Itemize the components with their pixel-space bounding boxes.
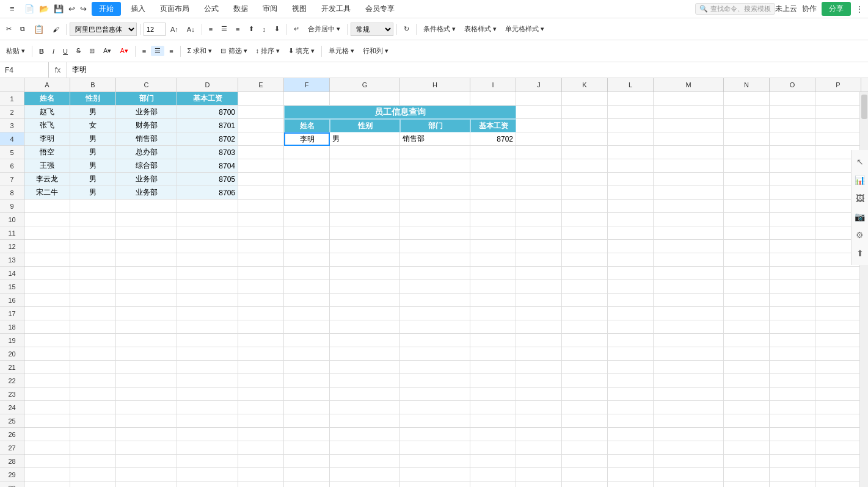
cell-N22[interactable] xyxy=(724,374,770,388)
cell-I23[interactable] xyxy=(470,388,516,401)
col-header-B[interactable]: B xyxy=(70,78,116,92)
cell-J11[interactable] xyxy=(516,226,562,240)
cell-C23[interactable] xyxy=(116,388,177,401)
share-button[interactable]: 分享 xyxy=(822,2,851,16)
cell-E25[interactable] xyxy=(238,414,284,428)
cell-C22[interactable] xyxy=(116,374,177,388)
row-header-30[interactable]: 30 xyxy=(0,482,24,487)
row-header-17[interactable]: 17 xyxy=(0,307,24,320)
cell-reference[interactable]: F4 xyxy=(0,62,49,78)
toolbar-icon-undo[interactable]: ↩ xyxy=(68,4,75,13)
cell-D10[interactable] xyxy=(177,213,238,226)
cell-O30[interactable] xyxy=(770,482,815,487)
cell-B9[interactable] xyxy=(70,200,116,213)
row-header-29[interactable]: 29 xyxy=(0,468,24,482)
cell-N11[interactable] xyxy=(724,226,770,240)
cell-D17[interactable] xyxy=(177,307,238,320)
cell-E4[interactable] xyxy=(238,132,284,146)
cell-E7[interactable] xyxy=(238,173,284,186)
cell-O14[interactable] xyxy=(770,267,815,280)
cell-J25[interactable] xyxy=(516,414,562,428)
sum-icon[interactable]: Σ 求和 ▾ xyxy=(184,45,216,57)
cell-F16[interactable] xyxy=(284,294,330,307)
cell-P15[interactable] xyxy=(815,280,859,294)
row-header-6[interactable]: 6 xyxy=(0,159,24,173)
cell-L13[interactable] xyxy=(608,253,654,267)
cell-C15[interactable] xyxy=(116,280,177,294)
cell-B2[interactable]: 男 xyxy=(70,106,116,119)
cell-E15[interactable] xyxy=(238,280,284,294)
cell-L17[interactable] xyxy=(608,307,654,320)
menu-dev[interactable]: 开发工具 xyxy=(316,2,356,15)
cell-F20[interactable] xyxy=(284,347,330,361)
cell-P1[interactable] xyxy=(815,92,859,106)
row-header-3[interactable]: 3 xyxy=(0,119,24,132)
cell-I1[interactable] xyxy=(470,92,516,106)
cell-E28[interactable] xyxy=(238,455,284,468)
border-icon[interactable]: ⊞ xyxy=(86,46,98,56)
cell-D24[interactable] xyxy=(177,401,238,414)
cell-A3[interactable]: 张飞 xyxy=(24,119,70,132)
cell-N8[interactable] xyxy=(724,186,770,200)
cell-I13[interactable] xyxy=(470,253,516,267)
cell-O3[interactable] xyxy=(770,119,815,132)
cell-E16[interactable] xyxy=(238,294,284,307)
cell-M23[interactable] xyxy=(654,388,724,401)
cell-J4[interactable] xyxy=(516,132,562,146)
cell-E12[interactable] xyxy=(238,240,284,253)
cell-K4[interactable] xyxy=(562,132,608,146)
cell-D6[interactable]: 8704 xyxy=(177,159,238,173)
cell-B8[interactable]: 男 xyxy=(70,186,116,200)
cell-B22[interactable] xyxy=(70,374,116,388)
cell-O11[interactable] xyxy=(770,226,815,240)
cell-I16[interactable] xyxy=(470,294,516,307)
cell-O7[interactable] xyxy=(770,173,815,186)
cell-B7[interactable]: 男 xyxy=(70,173,116,186)
cell-P20[interactable] xyxy=(815,347,859,361)
cell-M2[interactable] xyxy=(654,106,724,119)
cell-P23[interactable] xyxy=(815,388,859,401)
cell-P19[interactable] xyxy=(815,334,859,347)
cell-P4[interactable] xyxy=(815,132,859,146)
cell-G3-qh[interactable]: 性别 xyxy=(330,119,400,132)
cell-M3[interactable] xyxy=(654,119,724,132)
cell-B26[interactable] xyxy=(70,428,116,441)
cell-L12[interactable] xyxy=(608,240,654,253)
cell-O8[interactable] xyxy=(770,186,815,200)
cell-L22[interactable] xyxy=(608,374,654,388)
cell-F6[interactable] xyxy=(284,159,330,173)
cell-N28[interactable] xyxy=(724,455,770,468)
cell-M4[interactable] xyxy=(654,132,724,146)
align-middle-icon[interactable]: ↕ xyxy=(259,24,270,34)
cell-N14[interactable] xyxy=(724,267,770,280)
cell-L10[interactable] xyxy=(608,213,654,226)
cell-P26[interactable] xyxy=(815,428,859,441)
cell-B20[interactable] xyxy=(70,347,116,361)
more-options-icon[interactable]: ⋮ xyxy=(856,5,863,13)
cell-M11[interactable] xyxy=(654,226,724,240)
cell-D2[interactable]: 8700 xyxy=(177,106,238,119)
cell-A24[interactable] xyxy=(24,401,70,414)
cell-H3-qh[interactable]: 部门 xyxy=(400,119,470,132)
cell-M27[interactable] xyxy=(654,441,724,455)
filter-icon[interactable]: ⊟ 筛选 ▾ xyxy=(217,45,250,57)
cell-L26[interactable] xyxy=(608,428,654,441)
cell-A17[interactable] xyxy=(24,307,70,320)
cell-B12[interactable] xyxy=(70,240,116,253)
cell-D14[interactable] xyxy=(177,267,238,280)
cell-E2[interactable] xyxy=(238,106,284,119)
col-header-O[interactable]: O xyxy=(770,78,815,92)
cell-C19[interactable] xyxy=(116,334,177,347)
cell-H4[interactable]: 销售部 xyxy=(400,132,470,146)
cell-G20[interactable] xyxy=(330,347,400,361)
cell-H29[interactable] xyxy=(400,468,470,482)
cell-G9[interactable] xyxy=(330,200,400,213)
row-header-5[interactable]: 5 xyxy=(0,146,24,159)
cell-I7[interactable] xyxy=(470,173,516,186)
cell-E17[interactable] xyxy=(238,307,284,320)
cell-O19[interactable] xyxy=(770,334,815,347)
cell-J19[interactable] xyxy=(516,334,562,347)
cell-L25[interactable] xyxy=(608,414,654,428)
cell-F17[interactable] xyxy=(284,307,330,320)
cell-B29[interactable] xyxy=(70,468,116,482)
